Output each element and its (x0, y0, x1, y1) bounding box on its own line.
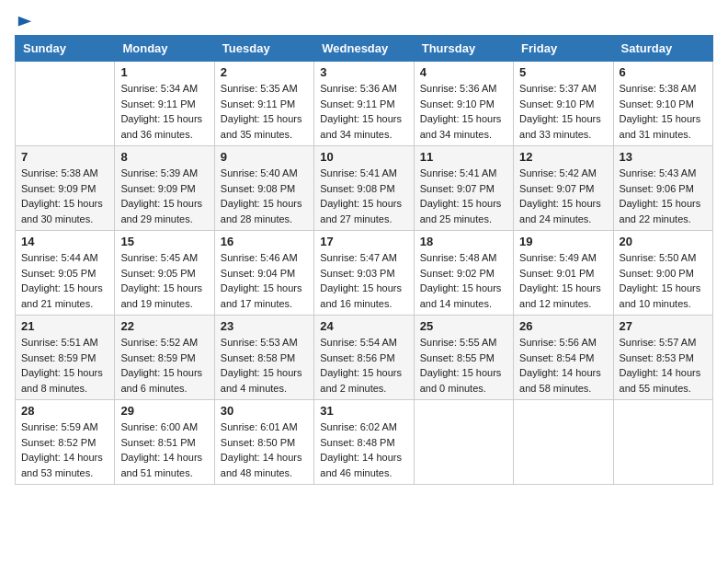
day-info-line: Sunrise: 5:47 AM (320, 250, 407, 266)
day-info-line: Sunrise: 5:55 AM (420, 335, 507, 350)
day-info-line: Daylight: 15 hours and 21 minutes. (21, 281, 108, 311)
day-info-line: Daylight: 15 hours and 4 minutes. (221, 365, 308, 396)
day-info: Sunrise: 5:44 AMSunset: 9:05 PMDaylight:… (21, 250, 108, 311)
day-info-line: Daylight: 15 hours and 27 minutes. (320, 196, 407, 226)
day-number: 6 (620, 65, 707, 79)
day-info-line: Sunrise: 5:53 AM (221, 335, 308, 350)
day-info-line: Sunset: 8:48 PM (320, 435, 407, 451)
day-info-line: Sunset: 9:10 PM (420, 97, 507, 112)
day-info-line: Sunset: 9:11 PM (320, 97, 407, 112)
day-info-line: Daylight: 15 hours and 28 minutes. (221, 196, 308, 226)
calendar-cell: 10Sunrise: 5:41 AMSunset: 9:08 PMDayligh… (314, 146, 414, 231)
day-number: 14 (21, 235, 108, 248)
calendar-cell: 13Sunrise: 5:43 AMSunset: 9:06 PMDayligh… (613, 146, 712, 231)
calendar-cell: 21Sunrise: 5:51 AMSunset: 8:59 PMDayligh… (16, 316, 115, 400)
day-info-line: Daylight: 15 hours and 6 minutes. (120, 365, 208, 396)
day-info-line: Sunset: 9:08 PM (320, 181, 407, 197)
day-info-line: Sunrise: 5:39 AM (120, 166, 208, 181)
calendar-cell: 20Sunrise: 5:50 AMSunset: 9:00 PMDayligh… (613, 231, 712, 316)
day-info-line: Sunrise: 5:41 AM (420, 166, 507, 181)
day-info-line: Sunrise: 6:02 AM (320, 419, 407, 435)
day-info: Sunrise: 5:53 AMSunset: 8:58 PMDaylight:… (221, 335, 308, 396)
calendar-cell: 7Sunrise: 5:38 AMSunset: 9:09 PMDaylight… (16, 146, 115, 231)
calendar-cell: 12Sunrise: 5:42 AMSunset: 9:07 PMDayligh… (514, 146, 613, 231)
day-info-line: Daylight: 14 hours and 51 minutes. (120, 450, 208, 480)
day-number: 17 (320, 235, 407, 248)
weekday-header-sunday: Sunday (16, 36, 115, 62)
day-number: 2 (221, 65, 308, 79)
week-row-2: 14Sunrise: 5:44 AMSunset: 9:05 PMDayligh… (16, 231, 713, 316)
day-info-line: Daylight: 15 hours and 24 minutes. (519, 196, 607, 226)
calendar-cell: 15Sunrise: 5:45 AMSunset: 9:05 PMDayligh… (115, 231, 214, 316)
calendar-cell (16, 62, 115, 146)
day-info: Sunrise: 5:55 AMSunset: 8:55 PMDaylight:… (420, 335, 507, 396)
day-info-line: Daylight: 15 hours and 16 minutes. (320, 281, 407, 311)
calendar-cell (414, 400, 513, 485)
day-info-line: Sunset: 9:10 PM (620, 97, 707, 112)
day-info-line: Daylight: 14 hours and 53 minutes. (21, 450, 108, 480)
day-number: 10 (320, 150, 407, 164)
day-info-line: Sunrise: 5:57 AM (620, 335, 707, 350)
calendar-cell: 23Sunrise: 5:53 AMSunset: 8:58 PMDayligh… (214, 316, 313, 400)
day-info-line: Sunset: 9:09 PM (120, 181, 208, 197)
calendar-cell: 2Sunrise: 5:35 AMSunset: 9:11 PMDaylight… (214, 62, 313, 146)
day-info: Sunrise: 5:52 AMSunset: 8:59 PMDaylight:… (120, 335, 208, 396)
day-info: Sunrise: 5:36 AMSunset: 9:11 PMDaylight:… (320, 81, 407, 142)
day-info-line: Daylight: 15 hours and 12 minutes. (519, 281, 607, 311)
day-info-line: Sunset: 8:50 PM (221, 435, 308, 451)
calendar-cell: 17Sunrise: 5:47 AMSunset: 9:03 PMDayligh… (314, 231, 414, 316)
day-info-line: Sunset: 8:55 PM (420, 350, 507, 366)
day-info-line: Daylight: 15 hours and 34 minutes. (420, 111, 507, 142)
calendar-cell: 30Sunrise: 6:01 AMSunset: 8:50 PMDayligh… (214, 400, 313, 485)
day-info: Sunrise: 5:57 AMSunset: 8:53 PMDaylight:… (620, 335, 707, 396)
day-number: 8 (120, 150, 208, 164)
day-info-line: Sunrise: 5:43 AM (620, 166, 707, 181)
day-info: Sunrise: 5:43 AMSunset: 9:06 PMDaylight:… (620, 166, 707, 226)
day-info-line: Sunrise: 5:35 AM (221, 81, 308, 97)
day-info-line: Sunrise: 5:38 AM (21, 166, 108, 181)
weekday-header-tuesday: Tuesday (214, 36, 313, 62)
day-info-line: Sunset: 8:54 PM (519, 350, 607, 366)
day-number: 21 (21, 319, 108, 333)
day-info-line: Sunset: 8:51 PM (120, 435, 208, 451)
day-info-line: Sunrise: 5:34 AM (120, 81, 208, 97)
day-info-line: Sunrise: 5:44 AM (21, 250, 108, 266)
calendar-cell: 24Sunrise: 5:54 AMSunset: 8:56 PMDayligh… (314, 316, 414, 400)
day-info: Sunrise: 5:54 AMSunset: 8:56 PMDaylight:… (320, 335, 407, 396)
page-header (15, 15, 713, 28)
day-info-line: Daylight: 15 hours and 29 minutes. (120, 196, 208, 226)
day-info-line: Sunset: 9:02 PM (420, 266, 507, 282)
day-info-line: Sunrise: 5:51 AM (21, 335, 108, 350)
day-number: 18 (420, 235, 507, 248)
day-info-line: Sunrise: 5:46 AM (221, 250, 308, 266)
svg-marker-0 (18, 17, 31, 27)
logo (15, 15, 33, 28)
weekday-header-friday: Friday (514, 36, 613, 62)
day-info-line: Sunset: 9:03 PM (320, 266, 407, 282)
week-row-1: 7Sunrise: 5:38 AMSunset: 9:09 PMDaylight… (16, 146, 713, 231)
day-info: Sunrise: 5:38 AMSunset: 9:10 PMDaylight:… (620, 81, 707, 142)
day-number: 4 (420, 65, 507, 79)
day-info-line: Sunset: 8:52 PM (21, 435, 108, 451)
day-number: 30 (221, 404, 308, 418)
calendar-cell: 19Sunrise: 5:49 AMSunset: 9:01 PMDayligh… (514, 231, 613, 316)
day-info-line: Sunset: 9:01 PM (519, 266, 607, 282)
calendar-cell: 5Sunrise: 5:37 AMSunset: 9:10 PMDaylight… (514, 62, 613, 146)
day-info-line: Sunrise: 5:52 AM (120, 335, 208, 350)
day-info: Sunrise: 5:50 AMSunset: 9:00 PMDaylight:… (620, 250, 707, 311)
day-number: 13 (620, 150, 707, 164)
day-info-line: Daylight: 15 hours and 36 minutes. (120, 111, 208, 142)
day-number: 22 (120, 319, 208, 333)
calendar-cell (613, 400, 712, 485)
day-number: 11 (420, 150, 507, 164)
weekday-header-wednesday: Wednesday (314, 36, 414, 62)
day-info-line: Sunset: 8:59 PM (120, 350, 208, 366)
day-info: Sunrise: 5:48 AMSunset: 9:02 PMDaylight:… (420, 250, 507, 311)
day-info: Sunrise: 5:51 AMSunset: 8:59 PMDaylight:… (21, 335, 108, 396)
day-info-line: Sunset: 8:56 PM (320, 350, 407, 366)
day-info-line: Sunrise: 5:38 AM (620, 81, 707, 97)
day-number: 24 (320, 319, 407, 333)
day-number: 28 (21, 404, 108, 418)
day-info-line: Sunset: 9:05 PM (21, 266, 108, 282)
calendar-cell: 4Sunrise: 5:36 AMSunset: 9:10 PMDaylight… (414, 62, 513, 146)
